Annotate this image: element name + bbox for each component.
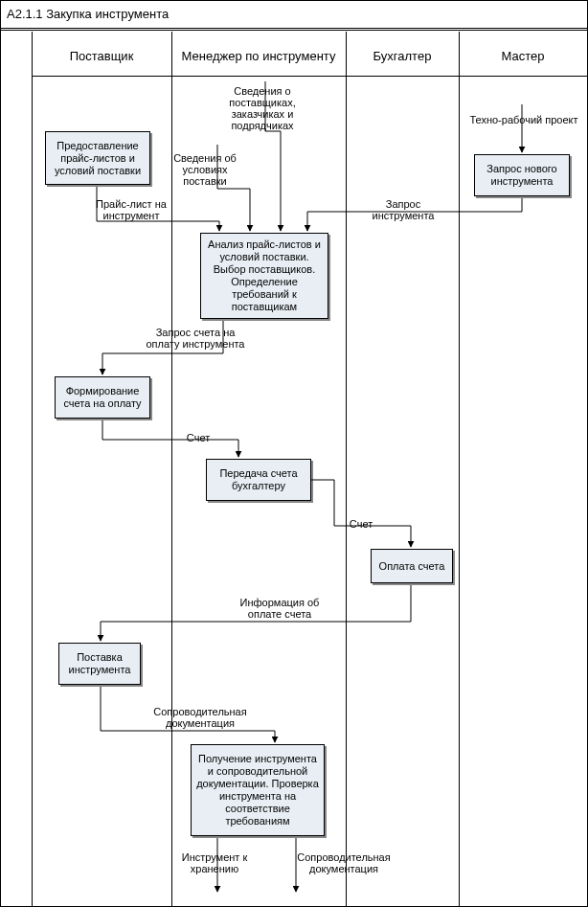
label-tool-store: Инструмент к хранению — [171, 851, 258, 874]
box-analysis: Анализ прайс-листов и условий поставки. … — [200, 233, 328, 319]
lane-header-border — [346, 76, 459, 77]
label-invoice2: Счет — [342, 518, 380, 530]
diagram-frame: А2.1.1 Закупка инструмента Поставщик Мен… — [0, 0, 588, 907]
label-supplier-info: Сведения о поставщиках, заказчиках и под… — [210, 85, 315, 131]
label-delivery-terms: Сведения об условиях поставки — [162, 152, 248, 187]
lane-divider — [32, 32, 33, 906]
lane-header-master: Мастер — [459, 43, 587, 70]
label-docs: Сопроводительная документация — [143, 706, 258, 729]
label-docs-out: Сопроводительная документация — [286, 851, 401, 874]
lane-header-accountant: Бухгалтер — [346, 43, 459, 70]
box-payment: Оплата счета — [371, 549, 453, 583]
box-delivery: Поставка инструмента — [58, 643, 141, 685]
label-invoice-req: Запрос счета на оплату инструмента — [143, 327, 248, 350]
box-request-new: Запрос нового инструмента — [474, 154, 570, 196]
lane-header-manager: Менеджер по инструменту — [171, 43, 346, 70]
lane-divider — [346, 32, 347, 906]
label-pricelist: Прайс-лист на инструмент — [83, 198, 179, 221]
label-invoice1: Счет — [179, 432, 217, 443]
label-payment-info: Информация об оплате счета — [227, 597, 332, 620]
lane-header-border — [32, 76, 171, 77]
label-tool-request: Запрос инструмента — [365, 198, 441, 221]
diagram-title: А2.1.1 Закупка инструмента — [1, 1, 587, 31]
box-invoice-pass: Передача счета бухгалтеру — [206, 459, 311, 501]
label-tech-project: Техно-рабочий проект — [468, 114, 579, 125]
lane-divider — [459, 32, 460, 906]
box-invoice-form: Формирование счета на оплату — [55, 376, 150, 419]
lane-header-supplier: Поставщик — [32, 43, 171, 70]
box-receive: Получение инструмента и сопроводительной… — [191, 744, 325, 836]
box-provide-pricelists: Предоставление прайс-листов и условий по… — [45, 131, 150, 185]
lane-header-border — [459, 76, 587, 77]
lane-header-border — [171, 76, 346, 77]
